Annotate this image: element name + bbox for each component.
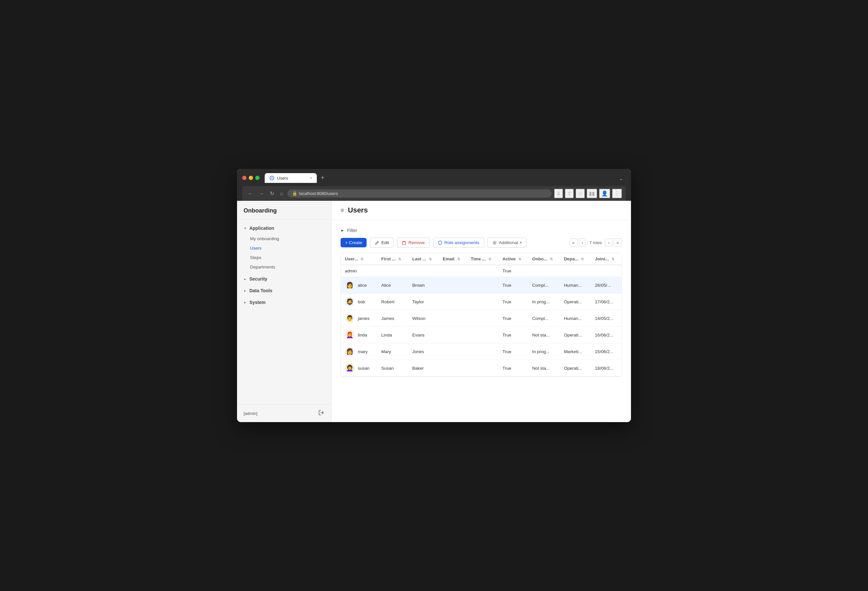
tab-title: Users (277, 176, 307, 181)
table-row[interactable]: adminTrue (341, 265, 621, 277)
next-page-button[interactable]: › (605, 239, 612, 247)
last-page-button[interactable]: » (614, 239, 622, 247)
cell-timezone-admin (467, 265, 499, 277)
settings-icon (492, 240, 497, 245)
prev-page-button[interactable]: ‹ (579, 239, 586, 247)
new-tab-button[interactable]: + (318, 173, 327, 183)
col-header-active[interactable]: Active ⇅ (499, 253, 528, 265)
menu-icon[interactable]: ≡ (341, 207, 344, 214)
shield-icon (438, 240, 443, 245)
table-row[interactable]: 🧔bobRobertTaylorTrueIn prog...Operati...… (341, 293, 621, 310)
table-row[interactable]: 👩aliceAliceBrownTrueCompl...Human...28/0… (341, 277, 621, 293)
sidebar: Onboarding ▼ Application My onboarding U… (237, 201, 331, 422)
col-header-onboarding[interactable]: Onbo... ⇅ (528, 253, 560, 265)
cell-department-linda: Operati... (560, 327, 591, 343)
maximize-button[interactable] (255, 176, 260, 180)
col-header-joining[interactable]: Joini... ⇅ (591, 253, 621, 265)
sidebar-toggle-icon[interactable]: ▮▮ (587, 189, 597, 198)
cell-onboarding-james: Compl... (528, 310, 560, 327)
table-row[interactable]: 👨jamesJamesWilsonTrueCompl...Human...14/… (341, 310, 621, 327)
cell-firstname-bob: Robert (377, 293, 408, 310)
col-header-department[interactable]: Depa... ⇅ (560, 253, 591, 265)
sidebar-item-steps[interactable]: Steps (237, 253, 331, 262)
cell-onboarding-bob: In prog... (528, 293, 560, 310)
cell-joining-linda: 16/06/2... (591, 327, 621, 343)
sidebar-section-system: ► System (237, 297, 331, 308)
sidebar-section-security-header[interactable]: ► Security (237, 274, 331, 284)
main-body: ► Filter + Create Edit (331, 220, 631, 422)
logout-button[interactable] (318, 410, 325, 417)
sort-icon-department: ⇅ (581, 257, 584, 261)
svg-point-2 (494, 242, 495, 243)
role-assignments-button[interactable]: Role assignments (433, 237, 484, 248)
table-row[interactable]: 👩‍🦰lindaLindaEvansTrueNot sta...Operati.… (341, 327, 621, 343)
cell-username-james: 👨james (341, 310, 377, 327)
main-content: ≡ Users ► Filter + Create Edit (331, 201, 631, 422)
username-text: mary (358, 349, 368, 354)
bookmark-icon[interactable]: ☆ (576, 189, 585, 198)
filter-bar[interactable]: ► Filter (341, 225, 622, 237)
cell-timezone-susan (467, 360, 499, 377)
sidebar-section-security: ► Security (237, 274, 331, 284)
cell-email-linda (439, 327, 467, 343)
sidebar-item-my-onboarding[interactable]: My onboarding (237, 234, 331, 243)
download-icon[interactable]: ⇓ (554, 189, 563, 198)
reload-button[interactable]: ↻ (268, 190, 276, 197)
cell-department-susan: Operati... (560, 360, 591, 377)
col-header-lastname[interactable]: Last ... ⇅ (408, 253, 439, 265)
cell-joining-admin (591, 265, 621, 277)
sidebar-section-application-header[interactable]: ▼ Application (237, 223, 331, 233)
table-row[interactable]: 👩‍🦱susanSusanBakerTrueNot sta...Operati.… (341, 360, 621, 377)
cell-onboarding-mary: In prog... (528, 343, 560, 360)
cell-active-admin: True (499, 265, 528, 277)
address-bar[interactable]: 🔒 localhost:8080/users (288, 189, 552, 197)
remove-button[interactable]: Remove (397, 237, 430, 248)
username-text: bob (358, 299, 365, 304)
create-button[interactable]: + Create (341, 238, 367, 247)
sidebar-section-application: ▼ Application My onboarding Users Steps … (237, 223, 331, 273)
first-page-button[interactable]: « (570, 239, 577, 247)
chevron-right-icon-2: ► (244, 289, 247, 293)
home-button[interactable]: ⌂ (278, 190, 285, 197)
col-header-email[interactable]: Email ⇅ (439, 253, 467, 265)
tab-close-button[interactable]: × (310, 176, 312, 180)
traffic-lights[interactable] (242, 176, 260, 180)
table-body: adminTrue👩aliceAliceBrownTrueCompl...Hum… (341, 265, 621, 377)
table-row[interactable]: 👩maryMaryJonesTrueIn prog...Marketi...15… (341, 343, 621, 360)
sidebar-section-system-header[interactable]: ► System (237, 297, 331, 308)
additional-button[interactable]: Additional ▾ (487, 237, 527, 248)
cell-onboarding-admin (528, 265, 560, 277)
col-header-firstname[interactable]: First ... ⇅ (377, 253, 408, 265)
sort-icon-lastname: ⇅ (429, 257, 432, 261)
page-title: Users (348, 206, 368, 214)
sidebar-section-application-label: Application (249, 225, 274, 231)
more-options-icon[interactable]: ⋮ (612, 189, 622, 198)
browser-tab-users[interactable]: Users × (265, 173, 317, 183)
sort-icon-joining: ⇅ (611, 257, 614, 261)
cell-active-mary: True (499, 343, 528, 360)
close-button[interactable] (242, 176, 247, 180)
sidebar-user-label: [admin] (244, 411, 258, 416)
edit-label: Edit (381, 240, 389, 245)
edit-button[interactable]: Edit (370, 237, 394, 248)
share-icon[interactable]: ⇧ (565, 189, 574, 198)
profile-icon[interactable]: 👤 (599, 189, 610, 198)
sidebar-section-data-tools: ► Data Tools (237, 285, 331, 296)
role-assignments-label: Role assignments (444, 240, 479, 245)
sidebar-section-data-tools-header[interactable]: ► Data Tools (237, 285, 331, 296)
cell-department-alice: Human... (560, 277, 591, 293)
cell-active-alice: True (499, 277, 528, 293)
cell-onboarding-linda: Not sta... (528, 327, 560, 343)
minimize-button[interactable] (249, 176, 253, 180)
cell-lastname-mary: Jones (408, 343, 439, 360)
avatar: 🧔 (345, 297, 354, 307)
cell-email-alice (439, 277, 467, 293)
back-button[interactable]: ← (246, 190, 255, 197)
col-header-username[interactable]: User... ⇅ (341, 253, 377, 265)
sidebar-item-departments[interactable]: Departments (237, 262, 331, 272)
sidebar-item-users[interactable]: Users (237, 243, 331, 253)
username-text: linda (358, 333, 367, 338)
forward-button[interactable]: → (257, 190, 266, 197)
cell-email-bob (439, 293, 467, 310)
col-header-timezone[interactable]: Time ... ⇅ (467, 253, 499, 265)
